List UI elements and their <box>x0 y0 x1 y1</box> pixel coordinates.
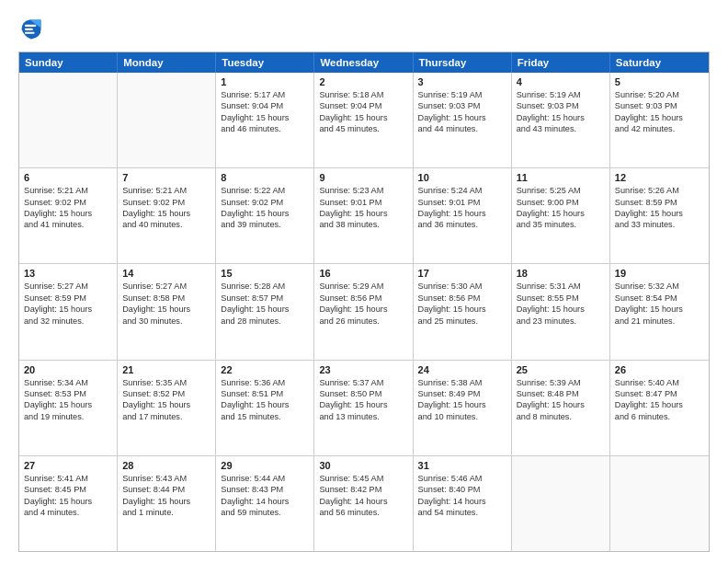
cell-info-line: and 26 minutes. <box>319 316 407 327</box>
header-day-thursday: Thursday <box>414 52 512 73</box>
empty-cell-w4c6 <box>610 456 709 551</box>
cell-info-line: and 33 minutes. <box>615 219 704 230</box>
day-number: 23 <box>319 364 407 375</box>
day-number: 10 <box>418 172 506 183</box>
cell-info-line: Sunrise: 5:25 AM <box>517 185 605 196</box>
cell-info-line: and 4 minutes. <box>24 507 112 518</box>
cell-info-line: Sunrise: 5:32 AM <box>615 281 704 292</box>
cell-info-line: Sunset: 8:42 PM <box>319 484 407 495</box>
cell-info-line: and 54 minutes. <box>418 507 506 518</box>
day-cell-6: 6Sunrise: 5:21 AMSunset: 9:02 PMDaylight… <box>19 168 118 263</box>
cell-info-line: Daylight: 15 hours <box>221 304 309 315</box>
cell-info-line: Daylight: 15 hours <box>418 399 506 410</box>
day-number: 4 <box>517 76 605 87</box>
cell-info-line: Sunset: 9:01 PM <box>418 197 506 208</box>
cell-info-line: and 44 minutes. <box>418 123 506 134</box>
cell-info-line: and 28 minutes. <box>221 316 309 327</box>
header <box>18 17 710 42</box>
cell-info-line: Daylight: 15 hours <box>615 304 704 315</box>
cell-info-line: Sunset: 8:59 PM <box>615 197 704 208</box>
cell-info-line: Daylight: 14 hours <box>319 496 407 507</box>
day-number: 2 <box>319 76 407 87</box>
cell-info-line: Sunrise: 5:46 AM <box>418 473 506 484</box>
day-number: 13 <box>24 268 112 279</box>
cell-info-line: and 10 minutes. <box>418 411 506 422</box>
cell-info-line: Sunset: 9:03 PM <box>615 100 704 111</box>
cell-info-line: and 59 minutes. <box>221 507 309 518</box>
empty-cell-w4c5 <box>512 456 610 551</box>
cell-info-line: Daylight: 15 hours <box>24 304 112 315</box>
cell-info-line: Sunset: 9:04 PM <box>319 100 407 111</box>
cell-info-line: Sunset: 9:00 PM <box>517 197 605 208</box>
day-cell-12: 12Sunrise: 5:26 AMSunset: 8:59 PMDayligh… <box>610 168 709 263</box>
day-number: 22 <box>221 364 309 375</box>
logo <box>18 17 48 42</box>
cell-info-line: Sunset: 8:53 PM <box>24 388 112 399</box>
cell-info-line: Sunset: 8:45 PM <box>24 484 112 495</box>
day-cell-13: 13Sunrise: 5:27 AMSunset: 8:59 PMDayligh… <box>19 264 118 359</box>
cell-info-line: and 13 minutes. <box>319 411 407 422</box>
cell-info-line: Sunset: 9:02 PM <box>221 197 309 208</box>
header-day-tuesday: Tuesday <box>216 52 314 73</box>
day-cell-26: 26Sunrise: 5:40 AMSunset: 8:47 PMDayligh… <box>610 361 709 455</box>
cell-info-line: Sunset: 8:56 PM <box>418 293 506 304</box>
cell-info-line: and 15 minutes. <box>221 411 309 422</box>
cell-info-line: Sunset: 9:04 PM <box>221 100 309 111</box>
day-cell-10: 10Sunrise: 5:24 AMSunset: 9:01 PMDayligh… <box>414 168 512 263</box>
cell-info-line: Sunrise: 5:39 AM <box>517 377 605 388</box>
empty-cell-w0c1 <box>118 73 216 167</box>
cell-info-line: Sunrise: 5:44 AM <box>221 473 309 484</box>
day-number: 6 <box>24 172 112 183</box>
day-cell-23: 23Sunrise: 5:37 AMSunset: 8:50 PMDayligh… <box>314 361 413 455</box>
header-day-saturday: Saturday <box>610 52 709 73</box>
cell-info-line: and 8 minutes. <box>517 411 605 422</box>
cell-info-line: Daylight: 14 hours <box>221 496 309 507</box>
day-cell-14: 14Sunrise: 5:27 AMSunset: 8:58 PMDayligh… <box>118 264 216 359</box>
cell-info-line: Sunrise: 5:21 AM <box>122 185 210 196</box>
day-cell-30: 30Sunrise: 5:45 AMSunset: 8:42 PMDayligh… <box>314 456 413 551</box>
cell-info-line: and 21 minutes. <box>615 316 704 327</box>
cell-info-line: and 36 minutes. <box>418 219 506 230</box>
day-cell-28: 28Sunrise: 5:43 AMSunset: 8:44 PMDayligh… <box>118 456 216 551</box>
cell-info-line: Sunrise: 5:20 AM <box>615 89 704 100</box>
cell-info-line: and 19 minutes. <box>24 411 112 422</box>
logo-icon <box>18 17 44 42</box>
day-cell-7: 7Sunrise: 5:21 AMSunset: 9:02 PMDaylight… <box>118 168 216 263</box>
cell-info-line: Daylight: 15 hours <box>122 304 210 315</box>
cell-info-line: Sunrise: 5:28 AM <box>221 281 309 292</box>
cell-info-line: Daylight: 15 hours <box>615 112 704 123</box>
day-number: 16 <box>319 268 407 279</box>
svg-rect-3 <box>25 32 35 34</box>
cell-info-line: Sunset: 8:54 PM <box>615 293 704 304</box>
cell-info-line: and 38 minutes. <box>319 219 407 230</box>
cell-info-line: Daylight: 15 hours <box>615 208 704 219</box>
cell-info-line: Sunset: 8:44 PM <box>122 484 210 495</box>
cell-info-line: Sunset: 9:03 PM <box>418 100 506 111</box>
cell-info-line: Sunrise: 5:38 AM <box>418 377 506 388</box>
cell-info-line: and 17 minutes. <box>122 411 210 422</box>
cell-info-line: Sunset: 8:51 PM <box>221 388 309 399</box>
day-number: 3 <box>418 76 506 87</box>
cell-info-line: Sunrise: 5:41 AM <box>24 473 112 484</box>
day-number: 11 <box>517 172 605 183</box>
cell-info-line: Sunrise: 5:23 AM <box>319 185 407 196</box>
day-cell-25: 25Sunrise: 5:39 AMSunset: 8:48 PMDayligh… <box>512 361 610 455</box>
day-cell-20: 20Sunrise: 5:34 AMSunset: 8:53 PMDayligh… <box>19 361 118 455</box>
calendar-header: SundayMondayTuesdayWednesdayThursdayFrid… <box>19 52 709 73</box>
cell-info-line: Sunset: 8:48 PM <box>517 388 605 399</box>
cell-info-line: Sunset: 9:01 PM <box>319 197 407 208</box>
day-number: 5 <box>615 76 704 87</box>
calendar-row-3: 13Sunrise: 5:27 AMSunset: 8:59 PMDayligh… <box>19 263 709 359</box>
svg-rect-1 <box>25 25 36 27</box>
cell-info-line: Daylight: 14 hours <box>418 496 506 507</box>
cell-info-line: and 45 minutes. <box>319 123 407 134</box>
cell-info-line: and 41 minutes. <box>24 219 112 230</box>
cell-info-line: and 56 minutes. <box>319 507 407 518</box>
cell-info-line: Sunrise: 5:19 AM <box>517 89 605 100</box>
cell-info-line: and 32 minutes. <box>24 316 112 327</box>
cell-info-line: Sunset: 8:58 PM <box>122 293 210 304</box>
calendar-row-5: 27Sunrise: 5:41 AMSunset: 8:45 PMDayligh… <box>19 455 709 551</box>
day-cell-15: 15Sunrise: 5:28 AMSunset: 8:57 PMDayligh… <box>216 264 314 359</box>
header-day-friday: Friday <box>512 52 610 73</box>
cell-info-line: Sunrise: 5:24 AM <box>418 185 506 196</box>
